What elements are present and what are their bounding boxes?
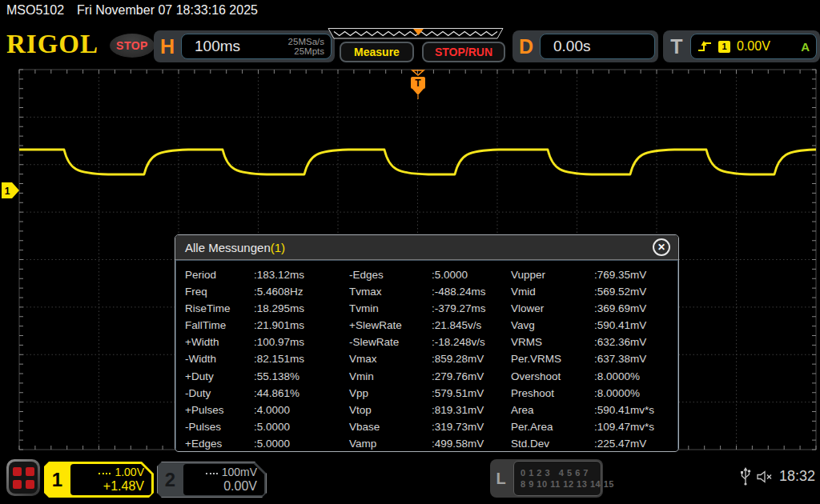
- measure-value: :-379.27ms: [432, 301, 511, 318]
- measure-value: :8.0000%: [594, 386, 678, 402]
- measure-value: :590.41mv*s: [594, 402, 678, 419]
- measure-value: :8.0000%: [594, 369, 678, 386]
- measure-label: +Width: [185, 334, 254, 351]
- horizontal-settings-box[interactable]: 100ms 25MSa/s 25Mpts: [181, 34, 332, 59]
- all-measurements-panel: Alle Messungen(1) ✕ Period:183.12ms-Edge…: [175, 234, 679, 452]
- measure-label: Vmax: [349, 351, 432, 368]
- measure-label: Tvmax: [349, 284, 432, 301]
- measure-label: Overshoot: [511, 369, 594, 386]
- measure-value: :369.69mV: [594, 301, 678, 318]
- measure-label: -SlewRate: [349, 334, 432, 351]
- measure-label: VRMS: [511, 334, 594, 351]
- close-icon[interactable]: ✕: [653, 238, 670, 256]
- measure-value: :499.58mV: [432, 436, 511, 452]
- measure-label: Vmid: [511, 284, 594, 301]
- trigger-settings-box[interactable]: 1 0.00V A: [690, 34, 817, 59]
- horizontal-label: H: [154, 35, 181, 58]
- horizontal-panel[interactable]: H 100ms 25MSa/s 25Mpts: [154, 30, 335, 62]
- measure-value: :21.845v/s: [432, 318, 511, 334]
- measure-label: Area: [511, 402, 594, 419]
- measure-label: FallTime: [185, 318, 254, 334]
- rigol-logo: RIGOL: [6, 30, 98, 58]
- rising-edge-icon: [697, 40, 712, 53]
- measure-label: +SlewRate: [349, 318, 432, 334]
- measure-label: -Duty: [185, 386, 254, 402]
- measure-value: :632.36mV: [594, 334, 678, 351]
- measure-label: Vamp: [349, 436, 432, 452]
- measure-label: -Pulses: [185, 419, 254, 436]
- run-state-indicator: STOP: [110, 34, 155, 58]
- timebase-value: 100ms: [195, 38, 240, 55]
- measure-value: :819.31mV: [432, 402, 511, 419]
- measure-value: :579.51mV: [432, 386, 511, 402]
- measure-label: Per.Area: [511, 419, 594, 436]
- measure-value: :5.4608Hz: [254, 284, 349, 301]
- measure-value: :82.151ms: [254, 351, 349, 368]
- measure-value: :55.138%: [254, 369, 349, 386]
- delay-label: D: [512, 35, 540, 58]
- measurements-count: (1): [271, 241, 285, 254]
- measure-value: :590.41mV: [594, 318, 678, 334]
- measure-value: :859.28mV: [432, 351, 511, 368]
- measure-label: -Edges: [349, 267, 432, 284]
- measure-label: Std.Dev: [511, 436, 594, 452]
- measure-label: Vpp: [349, 386, 432, 402]
- measurements-panel-titlebar[interactable]: Alle Messungen(1) ✕: [175, 235, 678, 260]
- measure-value: :769.35mV: [594, 267, 678, 284]
- delay-settings-box[interactable]: 0.00s: [540, 34, 655, 59]
- measure-label: -Width: [185, 351, 254, 368]
- sample-rate: 25MSa/s: [288, 37, 324, 47]
- measure-value: :44.861%: [254, 386, 349, 402]
- trigger-panel[interactable]: T 1 0.00V A: [663, 30, 820, 62]
- measure-label: Tvmin: [349, 301, 432, 318]
- trigger-label: T: [663, 35, 690, 58]
- measure-label: +Edges: [185, 436, 254, 452]
- measure-label: Freq: [185, 284, 254, 301]
- measurements-panel-title: Alle Messungen: [185, 241, 271, 254]
- measure-label: Per.VRMS: [511, 351, 594, 368]
- delay-panel[interactable]: D 0.00s: [512, 30, 658, 62]
- measure-label: Vupper: [511, 267, 594, 284]
- measure-label: +Duty: [185, 369, 254, 386]
- oscilloscope-screen: MSO5102 Fri November 07 18:33:16 2025 T1…: [0, 0, 820, 504]
- memory-depth: 25Mpts: [288, 46, 324, 57]
- trigger-source-badge: 1: [718, 41, 730, 53]
- measure-value: :109.47mv*s: [594, 419, 678, 436]
- measure-label: Vbase: [349, 419, 432, 436]
- measure-label: +Pulses: [185, 402, 254, 419]
- measure-value: :5.0000: [254, 419, 349, 436]
- measure-value: :319.73mV: [432, 419, 511, 436]
- measure-value: :183.12ms: [254, 267, 349, 284]
- delay-value: 0.00s: [553, 38, 590, 55]
- measure-value: :21.901ms: [254, 318, 349, 334]
- trigger-mode-auto: A: [801, 40, 810, 54]
- measure-value: :5.0000: [432, 267, 511, 284]
- measure-table: Period:183.12ms-Edges:5.0000Vupper:769.3…: [175, 260, 678, 452]
- measure-label: Vlower: [511, 301, 594, 318]
- measure-value: :100.97ms: [254, 334, 349, 351]
- measure-label: Preshoot: [511, 386, 594, 402]
- trigger-level-value: 0.00V: [737, 39, 770, 54]
- measure-value: :18.295ms: [254, 301, 349, 318]
- svg-text:T: T: [415, 78, 421, 89]
- horizontal-position-bar[interactable]: [327, 28, 504, 39]
- waveform-overview-icon: [327, 28, 504, 39]
- run-state-label: STOP: [116, 39, 148, 52]
- measure-value: :569.52mV: [594, 284, 678, 301]
- measure-label: Vmin: [349, 369, 432, 386]
- measure-value: :279.76mV: [432, 369, 511, 386]
- measure-label: Vtop: [349, 402, 432, 419]
- measure-label: Period: [185, 267, 254, 284]
- measure-label: RiseTime: [185, 301, 254, 318]
- measure-value: :-488.24ms: [432, 284, 511, 301]
- measure-value: :225.47mV: [594, 436, 678, 452]
- svg-text:1: 1: [5, 186, 10, 197]
- measure-label: Vavg: [511, 318, 594, 334]
- measure-value: :4.0000: [254, 402, 349, 419]
- measure-value: :637.38mV: [594, 351, 678, 368]
- measure-value: :5.0000: [254, 436, 349, 452]
- acquisition-info: 25MSa/s 25Mpts: [288, 37, 324, 57]
- measure-value: :-18.248v/s: [432, 334, 511, 351]
